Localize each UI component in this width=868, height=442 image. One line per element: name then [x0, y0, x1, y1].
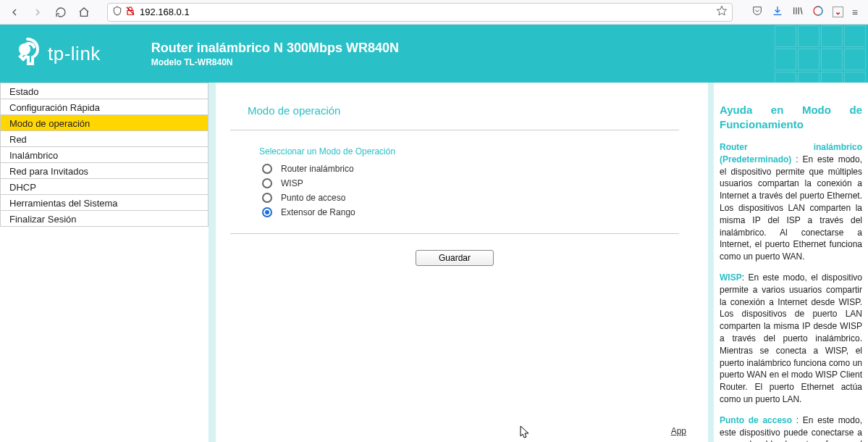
radio-1[interactable] [262, 178, 272, 188]
radio-label-3: Extensor de Rango [281, 207, 355, 217]
brand-logo: tp-link [14, 38, 101, 70]
layout-gap [708, 83, 714, 442]
radio-row-0: Router inalámbrico [262, 164, 650, 174]
browser-toolbar: ⌄ ≡ [0, 0, 868, 25]
svg-point-8 [19, 43, 30, 55]
help-paragraph-2: Punto de acceso : En este modo, este dis… [720, 414, 862, 442]
product-model: Modelo TL-WR840N [151, 57, 399, 67]
radio-label-0: Router inalámbrico [281, 164, 354, 174]
pocket-icon[interactable] [751, 5, 763, 19]
sidebar-item-1[interactable]: Configuración Rápida [0, 99, 208, 115]
radio-row-1: WISP [262, 178, 650, 188]
help-term-0: Router inalámbrico (Predeterminado) [720, 142, 862, 164]
sidebar-item-8[interactable]: Finalizar Sesión [0, 210, 208, 227]
svg-line-6 [801, 7, 802, 14]
radio-0[interactable] [262, 164, 272, 174]
home-button[interactable] [75, 4, 93, 21]
app-link[interactable]: App [671, 426, 686, 436]
help-paragraph-0: Router inalámbrico (Predeterminado) : En… [720, 141, 862, 263]
shield-icon[interactable] [112, 6, 122, 18]
section-title: Modo de operación [230, 100, 679, 130]
insecure-lock-icon[interactable] [125, 6, 135, 18]
save-button[interactable]: Guardar [416, 250, 494, 266]
help-term-2: Punto de acceso [720, 415, 792, 425]
url-input[interactable] [140, 7, 712, 17]
radio-row-3: Extensor de Rango [262, 207, 650, 217]
sidebar-item-5[interactable]: Red para Invitados [0, 162, 208, 179]
sidebar-nav: EstadoConfiguración RápidaModo de operac… [0, 83, 208, 442]
sidebar-item-2[interactable]: Modo de operación [0, 114, 208, 131]
extension-icon-2[interactable]: ⌄ [833, 7, 843, 17]
reload-button[interactable] [52, 4, 69, 21]
form-label: Seleccionar un Modo de Operación [259, 146, 650, 157]
bookmark-star-icon[interactable] [716, 5, 728, 19]
extension-icon-1[interactable] [812, 5, 824, 19]
svg-marker-2 [717, 6, 726, 15]
help-panel: Ayuda en Modo de Funcionamiento Router i… [714, 83, 868, 442]
sidebar-item-3[interactable]: Red [0, 130, 208, 147]
layout-gap [208, 83, 216, 442]
sidebar-item-6[interactable]: DHCP [0, 178, 208, 195]
address-bar[interactable] [107, 3, 733, 22]
help-term-1: WISP [720, 272, 742, 283]
more-icon[interactable]: ≡ [852, 7, 858, 18]
help-paragraph-1: WISP: En este modo, el dispositivo permi… [720, 272, 862, 406]
radio-row-2: Punto de acceso [262, 193, 650, 203]
radio-label-1: WISP [281, 178, 303, 188]
sidebar-item-4[interactable]: Inalámbrico [0, 146, 208, 163]
content-panel: Modo de operación Seleccionar un Modo de… [216, 83, 708, 442]
help-title: Ayuda en Modo de Funcionamiento [720, 103, 862, 131]
radio-label-2: Punto de acceso [281, 193, 345, 203]
cursor-icon [520, 425, 530, 440]
back-button[interactable] [6, 4, 23, 21]
sidebar-item-0[interactable]: Estado [0, 83, 208, 99]
radio-3[interactable] [262, 207, 272, 217]
download-icon[interactable] [772, 5, 783, 19]
radio-2[interactable] [262, 193, 272, 203]
sidebar-item-7[interactable]: Herramientas del Sistema [0, 194, 208, 211]
forward-button[interactable] [29, 4, 46, 21]
brand-text: tp-link [48, 43, 101, 65]
page-header: tp-link Router inalámbrico N 300Mbps WR8… [0, 25, 868, 83]
header-pattern [774, 25, 868, 83]
library-icon[interactable] [792, 5, 804, 19]
product-title: Router inalámbrico N 300Mbps WR840N [151, 41, 399, 56]
